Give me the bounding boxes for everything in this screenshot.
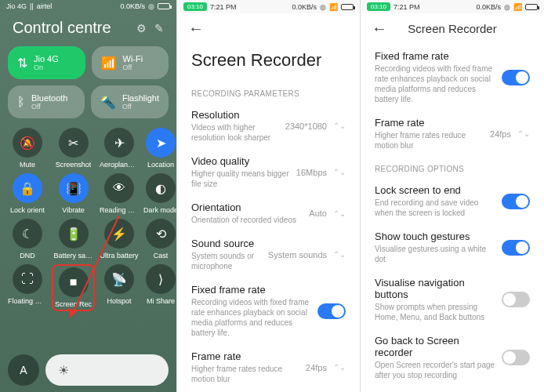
tile-reading-mode[interactable]: 👁Reading mode [100,173,139,214]
lock-orient-icon: 🔒 [13,173,42,203]
lock-row[interactable]: Lock screen to endEnd recording and save… [361,178,544,224]
orientation-row[interactable]: OrientationOrientation of recorded video… [177,195,360,231]
nav-toggle[interactable] [502,292,530,307]
flashlight-pill[interactable]: 🔦 FlashlightOff [91,85,169,118]
brightness-slider[interactable]: ☀ [45,354,169,386]
hotspot-icon: 📡 [104,264,134,294]
ultra-battery-icon: ⚡ [104,219,134,249]
section-other: OTHER [361,387,544,392]
tile-battery-saver[interactable]: 🔋Battery saver [52,219,95,260]
floating-window-icon: ⛶ [13,264,42,294]
chevron-icon: ⌃⌄ [333,122,346,130]
fixed-rate-toggle[interactable] [317,303,346,319]
location-icon: ➤ [146,128,176,158]
touch-toggle[interactable] [502,240,530,256]
tile-lock-orient[interactable]: 🔒Lock orient [8,173,47,214]
tile-mi-share[interactable]: ⟩Mi Share [143,264,176,311]
edit-icon[interactable]: ✎ [154,22,164,34]
status-bar: 03:107:21 PM 0.0KB/s◎📶 [177,0,360,13]
vibrate-icon: 📳 [59,173,89,203]
settings-icon[interactable]: ⚙ [136,22,147,34]
lock-toggle[interactable] [502,194,530,209]
fixed-rate-row[interactable]: Fixed frame rateRecording videos with fi… [177,278,360,344]
header-title: Screen Recorder [372,22,533,35]
data-icon: ⇅ [17,56,27,71]
dnd-icon: ☾ [13,219,42,249]
mi-share-icon: ⟩ [146,264,176,294]
resolution-row[interactable]: ResolutionVideos with higher resolution … [177,103,360,149]
chevron-icon: ⌃⌄ [333,250,346,259]
wifi-pill[interactable]: 📶 Wi-FiOff [92,46,169,79]
wifi-icon: 📶 [101,56,117,71]
chevron-icon: ⌃⌄ [333,168,346,176]
nav-row[interactable]: Visualise navigation buttonsShow prompts… [361,270,544,328]
control-centre-title: Control centre [13,19,111,37]
tile-cast[interactable]: ⟲Cast [143,219,176,260]
goback-row[interactable]: Go back to Screen recorderOpen Screen re… [361,328,544,387]
aeroplane-mode-icon: ✈ [104,128,134,158]
tile-aeroplane-mode[interactable]: ✈Aeroplane mode [100,128,139,169]
goback-toggle[interactable] [502,350,530,365]
tile-hotspot[interactable]: 📡Hotspot [100,264,139,311]
framerate-row[interactable]: Frame rateHigher frame rates reduce moti… [177,344,360,390]
tile-floating-window[interactable]: ⛶Floating window [8,264,47,311]
tile-location[interactable]: ➤Location [143,128,176,169]
tile-screen-rec[interactable]: ■Screen Rec [52,264,95,311]
chevron-icon: ⌃⌄ [517,129,530,138]
auto-brightness-button[interactable]: A [8,354,39,386]
touch-row[interactable]: Show touch gesturesVisualise gestures us… [361,224,544,270]
tile-vibrate[interactable]: 📳Vibrate [52,173,95,214]
mobile-data-pill[interactable]: ⇅ Jio 4GOn [8,46,85,79]
tile-screenshot[interactable]: ✂Screenshot [52,128,95,169]
cast-icon: ⟲ [146,219,176,249]
tile-dnd[interactable]: ☾DND [8,219,47,260]
screen-rec-icon: ■ [59,267,89,297]
battery-saver-icon: 🔋 [59,219,89,249]
dark-mode-icon: ◐ [146,173,176,203]
sound-row[interactable]: Sound sourceSystem sounds or microphone … [177,231,360,278]
bluetooth-pill[interactable]: ᛒ BluetoothOff [8,85,85,118]
status-bar: Jio 4G||airtel 0.0KB/s◎ [0,0,176,13]
chevron-icon: ⌃⌄ [333,209,346,218]
chevron-icon: ⌃⌄ [333,363,346,372]
page-title: Screen Recorder [177,44,360,82]
fixed-rate-toggle[interactable] [502,70,530,85]
screenshot-icon: ✂ [59,128,89,158]
tile-dark-mode[interactable]: ◐Dark mode [143,173,176,214]
back-button[interactable]: ← [188,20,204,38]
status-bar: 03:107:21 PM 0.0KB/s◎📶 [361,0,544,13]
fixed-rate-row[interactable]: Fixed frame rateRecording videos with fi… [361,44,544,111]
mute-icon: 🔕 [13,128,42,158]
tile-mute[interactable]: 🔕Mute [8,128,47,169]
section-params: RECORDING PARAMETERS [177,82,360,103]
section-options: RECORDING OPTIONS [361,157,544,178]
framerate-row[interactable]: Frame rateHigher frame rates reduce moti… [361,111,544,157]
flashlight-icon: 🔦 [100,95,116,110]
bluetooth-icon: ᛒ [17,95,25,109]
quality-row[interactable]: Video qualityHigher quality means bigger… [177,149,360,195]
reading-mode-icon: 👁 [104,173,134,203]
tile-ultra-battery[interactable]: ⚡Ultra battery [100,219,139,260]
